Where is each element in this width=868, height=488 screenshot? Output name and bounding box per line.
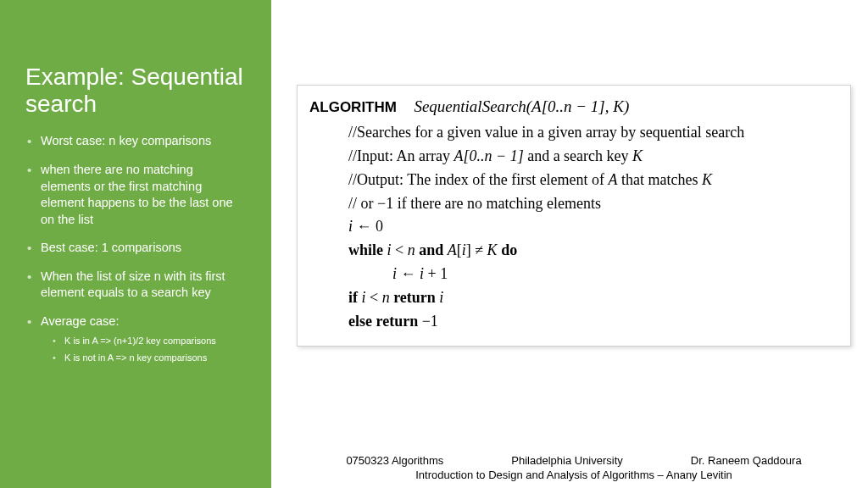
footer-instructor: Dr. Raneem Qaddoura xyxy=(691,453,802,469)
t: ← xyxy=(397,265,420,282)
t: if xyxy=(348,289,362,306)
t: n xyxy=(382,289,390,306)
algo-line: i ← 0 xyxy=(348,215,838,239)
algo-comment: //Searches for a given value in a given … xyxy=(348,121,838,145)
t: do xyxy=(498,241,518,258)
sub-bullet-item: K is not in A => n key comparisons xyxy=(41,352,246,364)
t: −1 xyxy=(422,313,438,330)
algorithm-header: ALGORITHM SequentialSearch(A[0..n − 1], … xyxy=(309,94,838,119)
footer-university: Philadelphia University xyxy=(511,453,623,469)
algo-line: else return −1 xyxy=(348,310,838,334)
t: while xyxy=(348,241,387,258)
footer-book: Introduction to Design and Analysis of A… xyxy=(297,468,851,483)
bullet-item: when there are no matching elements or t… xyxy=(25,162,246,228)
bullet-item: Worst case: n key comparisons xyxy=(25,133,246,150)
t: < xyxy=(392,241,408,258)
algo-comment: // or −1 if there are no matching elemen… xyxy=(348,192,838,216)
algo-line: if i < n return i xyxy=(348,286,838,310)
sub-bullet-item: K is in A => (n+1)/2 key comparisons xyxy=(41,335,246,347)
t: + 1 xyxy=(424,265,448,282)
t: n xyxy=(408,241,415,258)
slide-footer: 0750323 Algorithms Philadelphia Universi… xyxy=(297,453,851,483)
algo-line: while i < n and A[i] ≠ K do xyxy=(348,239,838,263)
algo-line: i ← i + 1 xyxy=(348,263,838,286)
footer-course: 0750323 Algorithms xyxy=(346,453,443,469)
bullet-text: Average case: xyxy=(41,314,119,328)
algorithm-box: ALGORITHM SequentialSearch(A[0..n − 1], … xyxy=(297,85,851,347)
algorithm-keyword: ALGORITHM xyxy=(309,99,397,115)
algorithm-signature: SequentialSearch(A[0..n − 1], K) xyxy=(400,97,629,115)
algo-comment: //Input: An array A[0..n − 1] and a sear… xyxy=(348,145,838,169)
slide-title: Example: Sequential search xyxy=(25,64,246,118)
t: < xyxy=(366,289,382,306)
t: and xyxy=(415,241,448,258)
t: K xyxy=(702,171,712,188)
t: K xyxy=(632,147,643,164)
footer-row-1: 0750323 Algorithms Philadelphia Universi… xyxy=(297,453,851,469)
sidebar: Example: Sequential search Worst case: n… xyxy=(0,0,271,488)
t: else return xyxy=(348,313,422,330)
t: K xyxy=(487,241,498,258)
main-content: ALGORITHM SequentialSearch(A[0..n − 1], … xyxy=(271,0,868,488)
t: and a search key xyxy=(524,147,632,164)
algorithm-body: //Searches for a given value in a given … xyxy=(309,121,838,334)
bullet-item: Best case: 1 comparisons xyxy=(25,240,246,257)
t: i xyxy=(439,289,443,306)
t: //Output: The index of the first element… xyxy=(348,171,609,188)
t: ] ≠ xyxy=(466,241,487,258)
t: A xyxy=(609,171,618,188)
bullet-item: When the list of size n with its first e… xyxy=(25,269,246,302)
t: ← 0 xyxy=(353,218,383,235)
bullet-list: Worst case: n key comparisons when there… xyxy=(25,133,246,364)
t: that matches xyxy=(618,171,702,188)
sub-bullet-list: K is in A => (n+1)/2 key comparisons K i… xyxy=(41,335,246,364)
bullet-item: Average case: K is in A => (n+1)/2 key c… xyxy=(25,313,246,364)
t: A[0..n − 1] xyxy=(453,147,523,164)
t: A xyxy=(448,241,457,258)
t: return xyxy=(390,289,440,306)
t: //Input: An array xyxy=(348,147,453,164)
algo-comment: //Output: The index of the first element… xyxy=(348,169,838,192)
